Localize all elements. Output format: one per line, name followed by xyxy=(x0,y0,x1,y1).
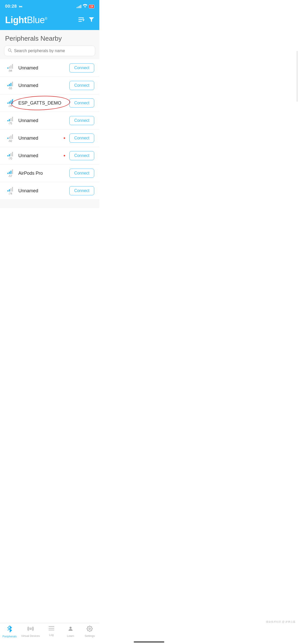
filter-icon[interactable] xyxy=(89,17,94,23)
signal-bars-icon xyxy=(7,99,13,104)
connect-button[interactable]: Connect xyxy=(69,151,94,160)
status-bar: 00:28 🛏 19 xyxy=(0,0,99,13)
device-name: Unnamed xyxy=(18,65,66,71)
signal-strength: -34 xyxy=(5,99,15,107)
rssi-value: -74 xyxy=(8,192,12,195)
device-item: -70UnnamedConnect xyxy=(0,147,99,165)
search-input[interactable] xyxy=(14,49,91,53)
signal-strength: -94 xyxy=(5,64,15,72)
battery-badge: 19 xyxy=(89,5,94,8)
device-name: Unnamed xyxy=(18,118,66,123)
signal-strength: -55 xyxy=(5,81,15,90)
section-title: Peripherals Nearby xyxy=(0,30,99,46)
header-icons xyxy=(78,17,94,23)
device-name: Unnamed xyxy=(18,188,66,194)
signal-strength: -75 xyxy=(5,116,15,125)
rssi-value: -34 xyxy=(8,104,12,107)
sort-icon[interactable] xyxy=(78,17,85,23)
signal-bars-icon xyxy=(7,81,13,86)
app-title-blue: Blue xyxy=(27,15,45,25)
device-item: -34ESP_GATTS_DEMOConnect xyxy=(0,94,99,112)
status-dot xyxy=(64,155,65,156)
rssi-value: -70 xyxy=(8,157,12,160)
status-time: 00:28 xyxy=(5,4,17,9)
search-input-wrap[interactable] xyxy=(4,46,95,56)
connect-button[interactable]: Connect xyxy=(69,81,94,90)
device-item: -57AirPods ProConnect xyxy=(0,165,99,182)
device-item: -75UnnamedConnect xyxy=(0,112,99,129)
device-name: AirPods Pro xyxy=(18,171,66,176)
wifi-icon xyxy=(83,4,87,9)
rssi-value: -55 xyxy=(8,87,12,90)
device-item: -92UnnamedConnect xyxy=(0,129,99,147)
device-item: -55UnnamedConnect xyxy=(0,77,99,94)
search-container xyxy=(0,46,99,59)
rssi-value: -57 xyxy=(8,174,12,178)
signal-strength: -70 xyxy=(5,151,15,160)
device-list: -94UnnamedConnect-55UnnamedConnect-34ESP… xyxy=(0,59,99,200)
connect-button[interactable]: Connect xyxy=(69,63,94,72)
device-name: Unnamed xyxy=(18,136,61,141)
sleep-icon: 🛏 xyxy=(19,4,22,8)
signal-bars-icon xyxy=(7,151,13,156)
signal-strength-icon xyxy=(77,5,81,8)
connect-button[interactable]: Connect xyxy=(69,98,94,108)
device-item: -94UnnamedConnect xyxy=(0,59,99,77)
signal-strength: -74 xyxy=(5,186,15,195)
rssi-value: -92 xyxy=(8,139,12,142)
connect-button[interactable]: Connect xyxy=(69,169,94,178)
signal-bars-icon xyxy=(7,116,13,121)
status-icons: 19 xyxy=(77,4,94,9)
connect-button[interactable]: Connect xyxy=(69,186,94,195)
app-title: LightBlue® xyxy=(5,15,47,25)
search-icon xyxy=(8,48,12,53)
signal-strength: -57 xyxy=(5,169,15,178)
device-item: -74UnnamedConnect xyxy=(0,182,99,200)
signal-bars-icon xyxy=(7,134,13,139)
device-name: ESP_GATTS_DEMO xyxy=(18,100,66,106)
rssi-value: -75 xyxy=(8,122,12,125)
connect-button[interactable]: Connect xyxy=(69,134,94,143)
signal-strength: -92 xyxy=(5,134,15,142)
signal-bars-icon xyxy=(7,169,13,174)
status-dot xyxy=(64,137,65,139)
app-header: LightBlue® xyxy=(0,13,99,30)
main-content: Peripherals Nearby -94UnnamedConnect-55U… xyxy=(0,30,99,208)
device-name: Unnamed xyxy=(18,83,66,88)
device-name: Unnamed xyxy=(18,153,61,158)
signal-bars-icon xyxy=(7,64,13,69)
app-title-light: Light xyxy=(5,15,27,25)
signal-bars-icon xyxy=(7,186,13,192)
svg-line-4 xyxy=(11,51,12,52)
connect-button[interactable]: Connect xyxy=(69,116,94,125)
rssi-value: -94 xyxy=(8,69,12,72)
